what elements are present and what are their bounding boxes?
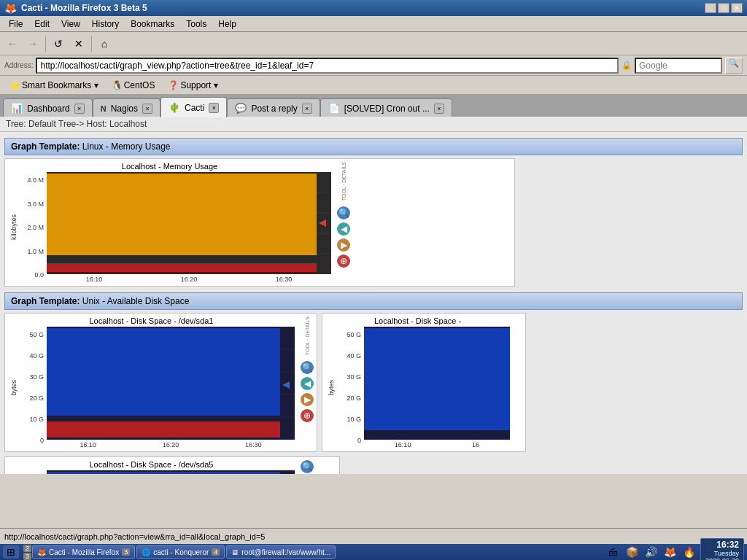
memory-chart-svg	[47, 172, 331, 274]
svg-rect-24	[47, 472, 280, 474]
smart-bookmarks[interactable]: ⭐ Smart Bookmarks ▾	[4, 78, 104, 93]
tab-post-reply-close[interactable]: ×	[302, 104, 312, 114]
centos-label: CentOS	[124, 80, 155, 90]
memory-header-label: Graph Template:	[11, 141, 80, 152]
menu-view[interactable]: View	[55, 18, 86, 31]
tab-post-reply-label: Post a reply	[251, 104, 297, 114]
disk2-x-axis: 16:10 16	[364, 440, 510, 448]
memory-header-value: Linux - Memory Usage	[82, 141, 171, 152]
tab-dashboard-close[interactable]: ×	[74, 104, 85, 114]
disk-graphs-row: Localhost - Disk Space - /dev/sda1 bytes…	[4, 313, 743, 452]
memory-x-axis: 16:10 16:20 16:30	[47, 274, 331, 283]
konqueror-taskbar-button[interactable]: 🌐 cacti - Konqueror 4	[136, 545, 225, 559]
tab-post-reply[interactable]: 💬 Post a reply ×	[227, 98, 320, 117]
system-tray: 🖮 📦 🔊 🦊 🔥 16:32 Tuesday 2009-06-30	[605, 538, 744, 560]
memory-y-axis-label: kilobytes	[8, 214, 18, 240]
firefox-task-icon: 🦊	[37, 548, 46, 556]
zoom-tool-icon[interactable]: 🔍	[337, 206, 350, 219]
disk1-graph-title: Localhost - Disk Space - /dev/sda1	[8, 316, 295, 325]
home-button[interactable]: ⌂	[95, 34, 114, 53]
svg-rect-14	[47, 421, 280, 438]
tray-icon-2[interactable]: 📦	[624, 545, 640, 559]
smart-bookmarks-label: Smart Bookmarks ▾	[22, 80, 98, 90]
details-tool-icon[interactable]: ⊕	[337, 254, 350, 268]
tab-nagios[interactable]: N Nagios ×	[93, 98, 160, 117]
clock-time: 16:32	[705, 540, 739, 550]
toolbar: ← → ↺ ✕ ⌂	[0, 32, 747, 55]
centos-bookmark[interactable]: 🐧 CentOS	[107, 78, 160, 93]
stop-button[interactable]: ✕	[69, 34, 88, 53]
disk1-next-icon[interactable]: ▶	[301, 393, 314, 406]
disk3-zoom-icon[interactable]: 🔍	[301, 460, 314, 473]
back-button[interactable]: ←	[3, 34, 22, 53]
toolbar-separator-2	[91, 36, 92, 52]
cacti-tab-icon: 🌵	[169, 102, 180, 113]
tab-solved[interactable]: 📄 [SOLVED] Cron out ... ×	[320, 98, 452, 117]
taskbar: ⊞ 2 3 🦊 Cacti - Mozilla Firefox 3 🌐 cact…	[0, 544, 747, 560]
tab-nagios-close[interactable]: ×	[142, 104, 152, 114]
next-tool-icon[interactable]: ▶	[337, 238, 350, 252]
search-button[interactable]: 🔍	[725, 58, 743, 74]
search-input[interactable]	[635, 58, 722, 74]
tray-icon-1[interactable]: 🖮	[605, 545, 622, 559]
disk1-details-icon[interactable]: ⊕	[301, 409, 314, 422]
address-input[interactable]	[36, 58, 619, 74]
window-controls[interactable]: _ □ ×	[705, 3, 743, 13]
reload-button[interactable]: ↺	[49, 34, 68, 53]
tab-solved-close[interactable]: ×	[434, 104, 444, 114]
disk1-graph-canvas: Localhost - Disk Space - /dev/sda1 bytes…	[8, 316, 295, 448]
menu-file[interactable]: File	[3, 18, 28, 31]
disk1-chart-wrapper: bytes 50 G 40 G 30 G 20 G 10 G 0	[8, 327, 295, 448]
forward-button[interactable]: →	[23, 34, 42, 53]
solved-tab-icon: 📄	[328, 103, 340, 114]
status-text: http://localhost/cacti/graph.php?action=…	[4, 532, 265, 541]
tab-cacti-close[interactable]: ×	[209, 103, 219, 113]
terminal-taskbar-button[interactable]: 🖥 root@firewall:/var/www/ht...	[226, 545, 336, 559]
menu-edit[interactable]: Edit	[28, 18, 55, 31]
close-button[interactable]: ×	[731, 3, 743, 13]
disk-header-label: Graph Template:	[11, 296, 80, 306]
menu-tools[interactable]: Tools	[180, 18, 212, 31]
disk3-svg-container	[47, 470, 295, 474]
menu-help[interactable]: Help	[212, 18, 242, 31]
centos-icon: 🐧	[112, 80, 123, 90]
disk3-graph-title: Localhost - Disk Space - /dev/sda5	[8, 460, 295, 469]
menu-bar: File Edit View History Bookmarks Tools H…	[0, 16, 747, 32]
tab-num-3: 3	[23, 553, 31, 560]
support-icon: ❓	[168, 80, 179, 90]
firefox-taskbar-button[interactable]: 🦊 Cacti - Mozilla Firefox 3	[32, 545, 135, 559]
disk1-prev-icon[interactable]: ◀	[301, 377, 314, 390]
menu-bookmarks[interactable]: Bookmarks	[125, 18, 180, 31]
memory-graph-card: Localhost - Memory Usage kilobytes 4.0 M…	[4, 158, 515, 287]
tray-icon-5[interactable]: 🔥	[681, 545, 697, 559]
menu-history[interactable]: History	[86, 18, 125, 31]
app-launcher-icon[interactable]: ⊞	[3, 545, 19, 559]
memory-graphs: Localhost - Memory Usage kilobytes 4.0 M…	[0, 158, 747, 287]
disk3-graphs: Localhost - Disk Space - /dev/sda5 bytes…	[0, 456, 747, 474]
tray-icon-4[interactable]: 🦊	[662, 545, 678, 559]
main-content: Tree: Default Tree-> Host: Localhost Gra…	[0, 117, 747, 474]
tab-solved-label: [SOLVED] Cron out ...	[344, 104, 430, 114]
nagios-tab-icon: N	[101, 104, 107, 113]
address-label: Address:	[4, 61, 33, 69]
tab-numbers: 2 3	[23, 545, 31, 560]
tab-dashboard[interactable]: 📊 Dashboard ×	[3, 98, 93, 117]
disk1-zoom-icon[interactable]: 🔍	[301, 361, 314, 374]
disk2-chart-wrapper: bytes 50 G 40 G 30 G 20 G 10 G 0	[325, 327, 510, 448]
memory-svg-container: 16:10 16:20 16:30	[47, 172, 331, 283]
tray-icon-3[interactable]: 🔊	[643, 545, 659, 559]
disk1-y-values: 50 G 40 G 30 G 20 G 10 G 0	[18, 331, 47, 444]
title-bar: 🦊 Cacti - Mozilla Firefox 3 Beta 5 _ □ ×	[0, 0, 747, 16]
support-bookmark[interactable]: ❓ Support ▾	[163, 78, 222, 93]
address-bar: Address: 🔒 🔍	[0, 55, 747, 76]
minimize-button[interactable]: _	[705, 3, 716, 13]
memory-y-axis-values: 4.0 M 3.0 M 2.0 M 1.0 M 0.0	[18, 176, 47, 279]
svg-rect-13	[47, 328, 280, 416]
memory-graph-title: Localhost - Memory Usage	[8, 162, 331, 171]
maximize-button[interactable]: □	[718, 3, 729, 13]
tab-cacti[interactable]: 🌵 Cacti ×	[160, 97, 227, 117]
side-label: TOOL · DETAILS	[341, 162, 347, 201]
tab-cacti-label: Cacti	[185, 103, 204, 113]
prev-tool-icon[interactable]: ◀	[337, 222, 350, 236]
tab-num-2: 2	[23, 545, 31, 552]
